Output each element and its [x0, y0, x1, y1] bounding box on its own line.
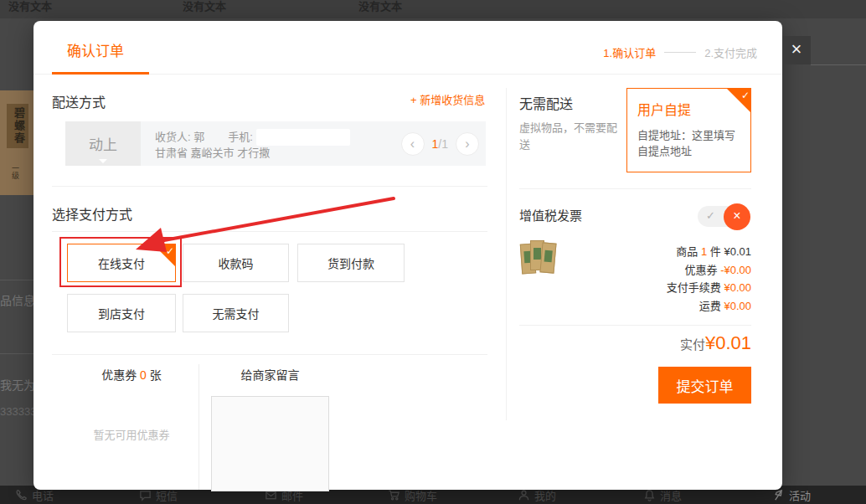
section-divider [52, 231, 487, 232]
payment-option-label: 货到付款 [327, 255, 374, 271]
items-label: 商品 [676, 245, 698, 258]
no-delivery-desc: 虚拟物品，不需要配送 [519, 120, 618, 153]
invoice-toggle-off-button[interactable]: × [724, 203, 750, 230]
self-pickup-option[interactable]: 用户自提 自提地址：这里填写自提点地址 ✓ [626, 88, 751, 172]
submit-order-button[interactable]: 提交订单 [658, 367, 751, 404]
page-title: 确认订单 [67, 39, 124, 60]
footer-item-activities[interactable]: 活动 [772, 487, 811, 503]
cart-icon [388, 489, 400, 501]
payment-option-label: 收款码 [219, 255, 254, 271]
section-divider [52, 186, 487, 187]
summary-fee-line: 支付手续费 ¥0.00 [570, 279, 751, 297]
vat-invoice-heading: 增值税发票 [519, 206, 582, 224]
user-icon [518, 489, 530, 501]
chevron-left-icon: ‹ [410, 136, 415, 151]
step-separator [664, 52, 696, 53]
payment-option-label: 到店支付 [98, 305, 145, 321]
coupon-unit: 张 [150, 368, 162, 382]
payment-option-qrcode[interactable]: 收款码 [183, 244, 289, 282]
address-tag-label: 动上 [89, 133, 117, 154]
order-item-thumbnail [521, 237, 561, 279]
payment-method-heading: 选择支付方式 [52, 203, 132, 224]
address-tag[interactable]: 动上 [65, 121, 141, 166]
tea-bag-image [539, 242, 556, 273]
order-summary: 商品 1 件 ¥0.01 优惠券 -¥0.00 支付手续费 ¥0.00 运费 ¥… [570, 243, 751, 315]
coupon-label: 优惠券 [101, 368, 137, 382]
chat-icon [139, 489, 152, 501]
summary-items-line: 商品 1 件 ¥0.01 [570, 243, 751, 261]
check-icon: ✓ [166, 245, 174, 257]
address-info: 收货人: 郭 手机: 甘肃省 嘉峪关市 才行撒 [141, 121, 350, 166]
close-icon: × [733, 208, 740, 223]
chevron-down-icon [99, 159, 107, 163]
payment-option-label: 无需支付 [213, 305, 260, 321]
check-icon: ✓ [706, 209, 715, 222]
delivery-method-heading: 配送方式 [52, 91, 106, 111]
chevron-right-icon: › [465, 136, 469, 151]
step-payment-complete: 2.支付完成 [704, 44, 757, 60]
checkout-steps: 1.确认订单 2.支付完成 [603, 44, 757, 60]
check-icon: ✓ [741, 90, 750, 101]
items-value: ¥0.01 [724, 245, 751, 258]
payment-option-instore[interactable]: 到店支付 [67, 294, 176, 332]
background-top-bar: 没有文本 没有文本 没有文本 [0, 0, 866, 18]
fee-value: ¥0.00 [724, 281, 751, 294]
phone-label: 手机: [228, 130, 253, 145]
payment-option-online[interactable]: 在线支付 ✓ [67, 244, 176, 282]
section-divider [519, 325, 751, 326]
pagination-indicator: 1/1 [432, 137, 448, 151]
coupon-label: 优惠券 [684, 264, 717, 276]
background-divider [811, 64, 866, 65]
merchant-message-title: 给商家留言 [211, 366, 329, 383]
section-divider [52, 354, 487, 355]
merchant-message-input[interactable] [211, 396, 329, 491]
coupon-section[interactable]: 优惠券 0 张 暂无可用优惠券 [65, 366, 198, 442]
confirm-order-modal: 确认订单 1.确认订单 2.支付完成 配送方式 + 新增收货信息 动上 收货人:… [34, 21, 782, 490]
merchant-message-section: 给商家留言 [211, 366, 329, 495]
recipient-label: 收货人: 郭 [155, 130, 204, 145]
phone-icon [15, 489, 28, 501]
address-card[interactable]: 动上 收货人: 郭 手机: 甘肃省 嘉峪关市 才行撒 ‹ 1/1 › [65, 121, 486, 166]
shipping-label: 运费 [699, 300, 721, 312]
phone-number-redacted [256, 129, 350, 146]
items-unit: 件 [710, 245, 721, 258]
self-pickup-desc: 自提地址：这里填写自提点地址 [637, 127, 742, 159]
background-text-store: 我无为 [0, 376, 35, 393]
title-underline [52, 72, 149, 75]
add-shipping-info-link[interactable]: + 新增收货信息 [410, 91, 494, 107]
background-nav-text: 没有文本 [8, 0, 52, 13]
coupon-value: -¥0.00 [720, 264, 751, 276]
next-address-button[interactable]: › [456, 132, 479, 156]
total-value: ¥0.01 [705, 332, 751, 353]
payment-option-cod[interactable]: 货到付款 [297, 244, 405, 282]
bell-icon [643, 489, 656, 501]
payment-option-nopay[interactable]: 无需支付 [183, 294, 289, 332]
flag-icon [772, 489, 785, 501]
total-label: 实付 [680, 337, 705, 352]
address-line: 甘肃省 嘉峪关市 才行撒 [155, 146, 350, 161]
modal-header: 确认订单 1.确认订单 2.支付完成 [34, 21, 782, 75]
summary-coupon-line: 优惠券 -¥0.00 [570, 261, 751, 280]
selected-check-badge: ✓ [153, 244, 175, 266]
prev-address-button[interactable]: ‹ [401, 132, 425, 156]
column-divider [506, 88, 507, 420]
shipping-value: ¥0.00 [724, 300, 751, 312]
tea-package-grade: 一级 [10, 164, 21, 179]
close-modal-button[interactable]: × [782, 36, 811, 64]
payment-option-label: 在线支付 [98, 255, 145, 271]
background-product-image: 碧螺春 一级 [0, 90, 35, 195]
background-text-product-info: 品信息 [0, 291, 35, 308]
close-icon: × [791, 39, 802, 59]
column-divider [198, 364, 199, 490]
background-nav-text: 没有文本 [358, 0, 402, 13]
address-pagination: ‹ 1/1 › [401, 121, 486, 166]
fee-label: 支付手续费 [667, 281, 721, 294]
coupon-count: 0 [140, 368, 147, 382]
step-confirm-order: 1.确认订单 [603, 44, 656, 60]
summary-shipping-line: 运费 ¥0.00 [570, 297, 751, 316]
no-delivery-option[interactable]: 无需配送 [519, 93, 573, 113]
background-nav-text: 没有文本 [183, 0, 226, 13]
total-line: 实付¥0.01 [570, 332, 751, 354]
page-total: 1 [441, 137, 448, 151]
section-divider [519, 188, 751, 189]
